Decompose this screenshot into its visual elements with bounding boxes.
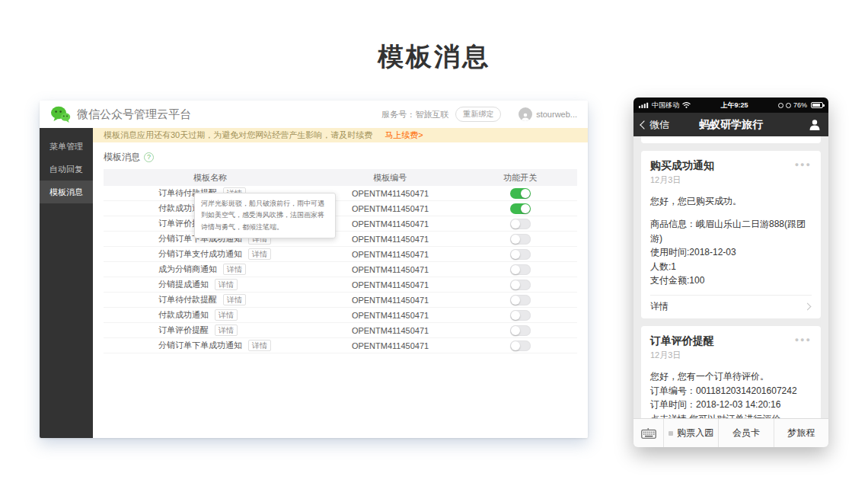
template-name: 分销提成通知 [158,279,209,290]
table-row: 分销提成通知 详情 OPENTM411450471 [104,277,577,293]
back-button[interactable]: 微信 [641,118,669,132]
status-right-icons: 76% [778,101,823,109]
template-table: 模板名称 模板编号 功能开关 订单待付款提醒 详情 OPENTM41145047… [104,169,577,353]
help-icon[interactable]: ? [144,152,154,162]
more-options-icon[interactable]: ●●● [795,159,812,170]
message-line: 点击详情,您可以对订单进行评价 [650,412,812,418]
template-name: 付款成功通知 [158,309,209,321]
message-line: 使用时间:2018-12-03 [650,245,812,260]
column-header-name: 模板名称 [104,172,317,184]
detail-button[interactable]: 详情 [223,294,246,305]
section-head: 模板消息 ? [93,142,588,169]
section-title: 模板消息 [104,151,140,164]
sidebar-item-menu-manage[interactable]: 菜单管理 [40,135,93,158]
function-toggle[interactable] [510,325,531,336]
menu-mini-icon [669,431,673,436]
detail-button[interactable]: 详情 [223,264,246,275]
function-toggle[interactable] [510,234,531,245]
detail-button[interactable]: 详情 [215,279,238,290]
detail-button[interactable]: 详情 [248,248,271,260]
renew-now-link[interactable]: 马上续费> [385,129,423,141]
function-toggle[interactable] [510,188,531,199]
table-row: 订单评价提醒 详情 OPENTM411450471 [104,323,577,338]
message-line: 商品信息：峨眉山乐山二日游888(跟团游) [650,217,812,245]
template-code: OPENTM411450471 [317,296,464,305]
card-date: 12月3日 [650,174,812,186]
table-row: 成为分销商通知 详情 OPENTM411450471 [104,262,577,277]
template-code: OPENTM411450471 [317,250,464,259]
chevron-right-icon [804,303,812,311]
function-toggle[interactable] [510,280,531,290]
admin-header: 微信公众号管理云平台 服务号：智旅互联 重新绑定 stourweb... [40,101,588,128]
function-toggle[interactable] [510,249,531,260]
message-line [650,209,812,217]
header-right: 服务号：智旅互联 重新绑定 stourweb... [381,107,577,122]
message-line: 您好，您已购买成功。 [650,194,812,209]
alarm-icon [786,103,791,108]
message-line: 人数:1 [650,260,812,274]
message-line: 订单时间：2018-12-03 14:20:16 [650,398,812,412]
template-code: OPENTM411450471 [317,326,464,335]
template-code: OPENTM411450471 [317,341,464,350]
phone-content: 购买成功通知 ●●● 12月3日 您好，您已购买成功。商品信息：峨眉山乐山二日游… [633,136,828,418]
message-line: 订单编号：00118120314201607242 [650,384,812,398]
menu-item-label: 会员卡 [732,427,760,440]
phone-toolbar: 购票入园 会员卡 梦旅程 [633,418,828,447]
template-code: OPENTM411450471 [317,219,464,229]
template-table-body: 订单待付款提醒 详情 OPENTM411450471 付款成功通知 详情 OPE… [104,186,577,353]
admin-panel: 微信公众号管理云平台 服务号：智旅互联 重新绑定 stourweb... 菜单管… [40,101,588,438]
menu-item-member-card[interactable]: 会员卡 [718,419,773,447]
sidebar-item-template-message[interactable]: 模板消息 [40,181,93,203]
phone-mockup: 中国移动 上午9:25 76% 微信 蚂蚁研学旅行 [633,98,828,447]
main-area: 模板消息应用还有30天过期，为避免对您网站经营产生影响，请及时续费 马上续费> … [93,128,588,438]
template-code: OPENTM411450471 [317,204,464,213]
service-account-label: 服务号：智旅互联 [381,109,448,120]
message-card-review[interactable]: 订单评价提醒 ●●● 12月3日 您好，您有一个订单待评价。订单编号：00118… [641,326,821,418]
account-chip[interactable]: stourweb... [519,107,577,121]
template-code: OPENTM411450471 [317,280,464,289]
sidebar-item-auto-reply[interactable]: 自动回复 [40,158,93,181]
template-name: 分销订单下单成功通知 [158,340,242,351]
card-body: 您好，您已购买成功。商品信息：峨眉山乐山二日游888(跟团游)使用时间:2018… [650,194,812,295]
function-toggle[interactable] [510,295,531,305]
function-toggle[interactable] [510,310,531,321]
template-name: 分销订单支付成功通知 [158,248,242,260]
sidebar: 菜单管理 自动回复 模板消息 [40,128,93,438]
template-name: 成为分销商通知 [158,264,217,275]
table-row: 分销订单支付成功通知 详情 OPENTM411450471 [104,247,577,262]
table-row: 分销订单下单成功通知 详情 OPENTM411450471 [104,338,577,353]
message-card-purchase[interactable]: 购买成功通知 ●●● 12月3日 您好，您已购买成功。商品信息：峨眉山乐山二日游… [641,151,821,318]
rebind-button[interactable]: 重新绑定 [455,107,501,122]
detail-button[interactable]: 详情 [215,309,238,321]
template-name: 订单评价提醒 [158,325,209,336]
card-detail-link[interactable]: 详情 [650,295,812,318]
menu-item-dream-trip[interactable]: 梦旅程 [774,419,828,447]
function-toggle[interactable] [510,264,531,275]
partial-message-card [641,136,821,143]
message-line: 支付金额:100 [650,273,812,288]
clock-label: 上午9:25 [694,101,775,110]
battery-icon [811,102,823,108]
table-row: 分销订单下单成功通知 详情 OPENTM411450471 [104,232,577,247]
template-code: OPENTM411450471 [317,189,464,198]
card-body: 您好，您有一个订单待评价。订单编号：00118120314201607242订单… [650,369,812,418]
contact-person-icon[interactable] [809,119,821,130]
function-toggle[interactable] [510,219,531,229]
battery-percent: 76% [793,101,807,109]
table-row: 订单评价提醒 详情 OPENTM411450471 [104,216,577,232]
menu-item-ticket[interactable]: 购票入园 [664,419,718,447]
expiry-notice-bar: 模板消息应用还有30天过期，为避免对您网站经营产生影响，请及时续费 马上续费> [93,128,588,142]
function-toggle[interactable] [510,341,531,351]
more-options-icon[interactable]: ●●● [795,334,812,345]
page-title: 模板消息 [0,40,868,75]
back-chevron-icon [640,120,648,129]
function-toggle[interactable] [510,203,531,214]
keyboard-toggle-button[interactable] [633,419,664,447]
detail-button[interactable]: 详情 [248,340,271,351]
account-name: stourweb... [536,110,577,119]
table-header: 模板名称 模板编号 功能开关 [104,169,577,186]
column-header-code: 模板编号 [317,172,464,184]
detail-button[interactable]: 详情 [215,325,238,336]
template-code: OPENTM411450471 [317,265,464,274]
card-title: 订单评价提醒 [650,334,714,348]
